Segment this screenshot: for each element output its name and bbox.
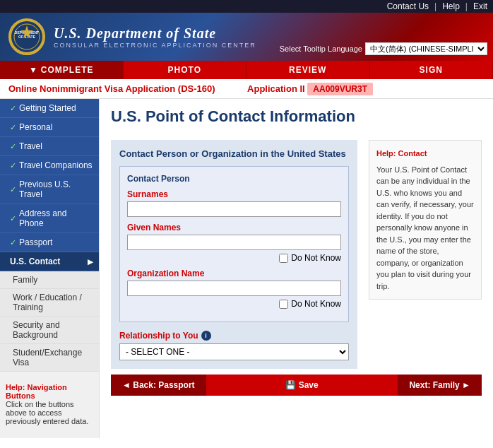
- do-not-know-2: Do Not Know: [127, 299, 341, 309]
- tooltip-lang-label: Select Tooltip Language: [280, 45, 362, 53]
- sidebar-help-title: Help: Navigation Buttons: [6, 383, 93, 400]
- dept-name: U.S. Department of State: [54, 25, 256, 42]
- sidebar-item-address-phone[interactable]: ✓ Address and Phone: [0, 204, 99, 233]
- relationship-label-row: Relationship to You i: [119, 331, 349, 341]
- back-button[interactable]: ◄ Back: Passport: [111, 375, 206, 396]
- content-inner: Contact Person or Organization in the Un…: [111, 140, 482, 369]
- sidebar-item-getting-started[interactable]: ✓ Getting Started: [0, 99, 99, 118]
- sidebar-item-us-contact[interactable]: U.S. Contact ▶: [0, 252, 99, 271]
- tab-photo[interactable]: Photo: [124, 61, 247, 79]
- sidebar-label-getting-started: Getting Started: [19, 103, 76, 113]
- relationship-select[interactable]: - SELECT ONE - Spouse Child Parent Sibli…: [119, 343, 349, 360]
- exit-link[interactable]: Exit: [473, 1, 487, 11]
- app-id-value: AA009VUR3T: [307, 83, 373, 95]
- sidebar-label-travel: Travel: [19, 141, 42, 151]
- app-bar: Online Nonimmigrant Visa Application (DS…: [0, 79, 493, 99]
- check-icon-prev-travel: ✓: [10, 185, 16, 194]
- contact-person-box: Contact Person Surnames Given Names Do N…: [119, 166, 349, 322]
- do-not-know-1: Do Not Know: [127, 253, 341, 263]
- content-area: U.S. Point of Contact Information Contac…: [100, 99, 493, 438]
- sidebar-help: Help: Navigation Buttons Click on the bu…: [0, 377, 99, 431]
- help-panel-title: Help: Contact: [376, 148, 474, 160]
- form-section-title: Contact Person or Organization in the Un…: [119, 148, 349, 159]
- relationship-row: Relationship to You i - SELECT ONE - Spo…: [119, 331, 349, 360]
- tab-sign[interactable]: Sign: [370, 61, 494, 79]
- info-icon[interactable]: i: [201, 331, 211, 341]
- given-names-input[interactable]: [127, 235, 341, 250]
- tooltip-lang-area: Select Tooltip Language 中文(简体) (CHINESE-…: [280, 42, 487, 55]
- sidebar-sub-student-exchange[interactable]: Student/Exchange Visa: [0, 344, 99, 372]
- check-icon-address: ✓: [10, 214, 16, 223]
- sidebar-sub-work-education[interactable]: Work / Education / Training: [0, 289, 99, 317]
- do-not-know-label-2: Do Not Know: [291, 299, 341, 309]
- top-bar: Contact Us | Help | Exit: [0, 0, 493, 13]
- org-name-input[interactable]: [127, 281, 341, 296]
- help-panel-content: Help: Contact Your U.S. Point of Contact…: [369, 140, 482, 300]
- sidebar-label-travel-companions: Travel Companions: [19, 160, 93, 170]
- app-id-area: Application II AA009VUR3T: [247, 83, 373, 94]
- sidebar-sub-label-family: Family: [13, 275, 37, 285]
- tab-sign-label: Sign: [420, 65, 443, 75]
- sidebar-item-travel-companions[interactable]: ✓ Travel Companions: [0, 156, 99, 175]
- bottom-nav: ◄ Back: Passport 💾 Save Next: Family ►: [111, 375, 482, 396]
- arrow-icon-us-contact: ▶: [88, 258, 93, 266]
- dept-sub: Consular Electronic Application Center: [54, 42, 256, 49]
- help-link[interactable]: Help: [442, 1, 460, 11]
- sidebar-item-passport[interactable]: ✓ Passport: [0, 233, 99, 252]
- header: DEPARTMENT OF STATE U.S. Department of S…: [0, 13, 493, 61]
- help-panel-subtitle: Contact: [398, 149, 427, 158]
- tab-photo-label: Photo: [168, 65, 201, 75]
- do-not-know-label-1: Do Not Know: [291, 253, 341, 263]
- surnames-input[interactable]: [127, 201, 341, 217]
- sidebar-label-personal: Personal: [19, 122, 52, 132]
- help-panel-body: Your U.S. Point of Contact can be any in…: [376, 164, 474, 293]
- language-select[interactable]: 中文(简体) (CHINESE-SIMPLI: [365, 42, 487, 55]
- page-title: U.S. Point of Contact Information: [111, 107, 482, 129]
- save-button[interactable]: 💾 Save: [274, 375, 329, 396]
- sidebar-item-travel[interactable]: ✓ Travel: [0, 137, 99, 156]
- sidebar-label-passport: Passport: [19, 237, 52, 247]
- check-icon-travel: ✓: [10, 142, 16, 151]
- sidebar-sub-security-background[interactable]: Security and Background: [0, 317, 99, 344]
- check-icon-passport: ✓: [10, 238, 16, 247]
- tab-review-label: Review: [289, 65, 326, 75]
- help-panel-title-text: Help:: [376, 149, 396, 158]
- check-icon-personal: ✓: [10, 123, 16, 132]
- org-name-label: Organization Name: [127, 269, 341, 278]
- seal: DEPARTMENT OF STATE: [8, 18, 45, 55]
- form-section: Contact Person or Organization in the Un…: [111, 140, 357, 369]
- nav-tabs: ▼ Complete Photo Review Sign: [0, 61, 493, 79]
- check-icon-travel-companions: ✓: [10, 161, 16, 170]
- tab-complete-label: Complete: [41, 65, 94, 75]
- org-field-group: Organization Name Do Not Know: [127, 269, 341, 309]
- do-not-know-checkbox-1[interactable]: [279, 254, 288, 263]
- sidebar-item-previous-us-travel[interactable]: ✓ Previous U.S. Travel: [0, 175, 99, 204]
- form-title: Online Nonimmigrant Visa Application (DS…: [8, 83, 215, 94]
- sidebar-item-personal[interactable]: ✓ Personal: [0, 118, 99, 137]
- help-panel: Help: Contact Your U.S. Point of Contact…: [369, 140, 482, 369]
- sidebar-sub-family[interactable]: Family: [0, 271, 99, 289]
- given-names-field-group: Given Names Do Not Know: [127, 223, 341, 263]
- sidebar-sub-label-student-exchange: Student/Exchange Visa: [13, 348, 82, 367]
- next-button[interactable]: Next: Family ►: [398, 375, 482, 396]
- tab-complete[interactable]: ▼ Complete: [0, 61, 124, 79]
- tab-complete-arrow: ▼: [29, 65, 38, 75]
- sidebar-sub-label-work-education: Work / Education / Training: [13, 293, 82, 312]
- tab-review[interactable]: Review: [246, 61, 370, 79]
- sidebar: ✓ Getting Started ✓ Personal ✓ Travel ✓ …: [0, 99, 100, 438]
- contact-person-title: Contact Person: [127, 174, 341, 184]
- header-text: U.S. Department of State Consular Electr…: [54, 25, 256, 49]
- surnames-label: Surnames: [127, 189, 341, 199]
- main-layout: ✓ Getting Started ✓ Personal ✓ Travel ✓ …: [0, 99, 493, 438]
- surnames-field-group: Surnames: [127, 189, 341, 217]
- sidebar-label-previous-us-travel: Previous U.S. Travel: [19, 179, 93, 199]
- sidebar-label-us-contact: U.S. Contact: [10, 257, 60, 266]
- sidebar-help-text: Click on the buttons above to access pre…: [6, 400, 93, 425]
- check-icon-getting-started: ✓: [10, 104, 16, 113]
- given-names-label: Given Names: [127, 223, 341, 232]
- contact-us-link[interactable]: Contact Us: [387, 1, 429, 11]
- sidebar-label-address-phone: Address and Phone: [19, 208, 93, 228]
- do-not-know-checkbox-2[interactable]: [279, 300, 288, 309]
- sidebar-sub-label-security-background: Security and Background: [13, 320, 60, 340]
- relationship-label-text: Relationship to You: [119, 331, 198, 341]
